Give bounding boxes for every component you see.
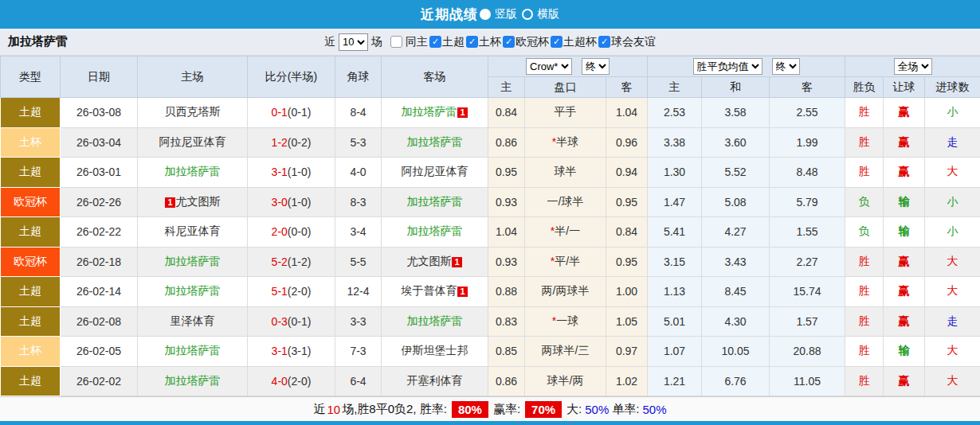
- team-name: 贝西克塔斯: [165, 105, 221, 118]
- away-team-cell: 加拉塔萨雷: [382, 187, 488, 217]
- filter-option-土超[interactable]: ✓土超: [429, 35, 465, 49]
- filter-option-同主[interactable]: 同主: [390, 35, 428, 49]
- avg-time-select[interactable]: 终: [772, 58, 800, 75]
- team-name: 加拉塔萨雷: [165, 165, 221, 177]
- date-cell: 26-02-08: [61, 306, 138, 337]
- header-avg-home: 主: [648, 77, 702, 98]
- checkbox-checked-icon[interactable]: ✓: [598, 36, 610, 48]
- filter-option-欧冠杯[interactable]: ✓欧冠杯: [503, 35, 549, 49]
- summary-text: 大:: [566, 402, 582, 417]
- odds-away-cell: 0.84: [606, 217, 648, 248]
- score-fulltime: 5-2: [272, 255, 288, 268]
- score-cell: 0-3(0-1): [248, 306, 335, 337]
- checkbox-checked-icon[interactable]: ✓: [429, 36, 441, 48]
- score-cell: 3-1(3-1): [248, 337, 335, 367]
- checkbox-checked-icon[interactable]: ✓: [503, 36, 515, 48]
- handicap-result-cell: 输: [884, 187, 925, 217]
- results-table: 类型 日期 主场 比分(半场) 角球 客场 Crow*终 胜平负均值终 全场 主…: [0, 56, 980, 396]
- team-name: 加拉塔萨雷: [165, 284, 221, 297]
- team-name: 里泽体育: [171, 314, 215, 327]
- result-cell: 胜: [845, 366, 884, 396]
- result-cell: 胜: [845, 98, 884, 128]
- team-name: 加拉塔萨雷: [407, 224, 463, 237]
- team-name: 尤文图斯: [176, 195, 221, 208]
- score-fulltime: 5-1: [272, 285, 288, 298]
- date-cell: 26-02-14: [61, 277, 138, 307]
- table-header: 类型 日期 主场 比分(半场) 角球 客场 Crow*终 胜平负均值终 全场 主…: [1, 57, 980, 98]
- team-name: 埃于普体育: [401, 284, 457, 297]
- avg-home-cell: 2.53: [648, 98, 702, 128]
- result-cell: 胜: [845, 127, 884, 158]
- odds-handicap-cell: 一/球半: [525, 187, 606, 217]
- filter-option-label: 欧冠杯: [515, 35, 549, 49]
- table-row: 土超26-02-14加拉塔萨雷5-1(2-0)12-4埃于普体育10.88两/两…: [1, 277, 980, 307]
- corner-cell: 12-4: [335, 277, 382, 307]
- away-team-cell: 加拉塔萨雷: [382, 306, 488, 337]
- odds-away-cell: 0.97: [606, 337, 648, 367]
- filter-option-球会友谊[interactable]: ✓球会友谊: [598, 35, 656, 49]
- bottom-accent-bar: [0, 421, 980, 425]
- radio-horizontal-unselected[interactable]: [522, 9, 533, 20]
- score-halftime: (3-1): [288, 345, 312, 357]
- odds-handicap-cell: *一球: [525, 306, 606, 337]
- away-team-cell: 加拉塔萨雷: [382, 127, 488, 158]
- title-bar: 近期战绩 竖版 横版: [0, 0, 980, 29]
- home-team-cell: 加拉塔萨雷: [138, 337, 248, 367]
- header-avg-draw: 和: [702, 77, 770, 98]
- footer-summary: 近10场,胜8平0负2, 胜率:80%赢率:70%大:50%单率:50%: [0, 396, 980, 421]
- handicap-result-cell: 赢: [884, 158, 925, 188]
- summary-text: 50%: [585, 403, 609, 416]
- odds-company-select[interactable]: Crow*: [526, 58, 572, 75]
- avg-source-select[interactable]: 胜平负均值: [693, 58, 762, 75]
- team-name: 加拉塔萨雷: [407, 135, 463, 148]
- red-card-badge: 1: [457, 107, 467, 118]
- team-name: 科尼亚体育: [165, 224, 221, 237]
- radio-vertical-label[interactable]: 竖版: [495, 7, 517, 21]
- avg-away-cell: 2.55: [770, 98, 845, 128]
- avg-draw-cell: 5.08: [702, 187, 770, 217]
- odds-handicap-cell: 平手: [525, 98, 606, 128]
- header-home: 主场: [138, 57, 248, 98]
- score-fulltime: 3-1: [272, 345, 288, 357]
- summary-text: 50%: [642, 403, 666, 416]
- table-row: 欧冠杯26-02-18加拉塔萨雷5-2(1-2)5-5尤文图斯10.93*平/半…: [1, 247, 980, 277]
- corner-cell: 8-3: [335, 187, 382, 217]
- team-name: 开塞利体育: [407, 374, 463, 387]
- radio-vertical-selected[interactable]: [480, 9, 491, 20]
- filter-option-土超杯[interactable]: ✓土超杯: [551, 35, 597, 49]
- radio-horizontal-label[interactable]: 横版: [537, 7, 559, 21]
- away-team-cell: 尤文图斯1: [382, 247, 488, 277]
- handicap-text: 两/两球半: [542, 284, 590, 297]
- header-corner: 角球: [335, 57, 382, 98]
- match-count-select[interactable]: 10: [339, 33, 368, 51]
- odds-away-cell: 0.94: [606, 158, 648, 188]
- odds-time-select[interactable]: 终: [582, 58, 610, 75]
- table-row: 欧冠杯26-02-261尤文图斯3-0(1-0)8-3加拉塔萨雷0.93一/球半…: [1, 187, 980, 217]
- home-team-cell: 加拉塔萨雷: [138, 158, 248, 188]
- avg-away-cell: 15.74: [770, 277, 845, 307]
- checkbox-checked-icon[interactable]: ✓: [551, 36, 563, 48]
- type-cell: 土超: [1, 306, 61, 337]
- handicap-text: 一/球半: [547, 195, 584, 208]
- corner-cell: 3-4: [335, 217, 382, 248]
- goals-result-cell: 小: [925, 187, 980, 217]
- date-cell: 26-03-08: [61, 98, 138, 128]
- header-goals: 进球数: [925, 77, 980, 98]
- result-cell: 胜: [845, 277, 884, 307]
- red-card-badge: 1: [452, 257, 461, 267]
- date-cell: 26-02-05: [61, 337, 138, 367]
- header-odds-handicap: 盘口: [525, 77, 606, 98]
- avg-home-cell: 1.47: [648, 187, 702, 217]
- avg-draw-cell: 6.76: [702, 366, 770, 396]
- team-name: 阿拉尼亚体育: [159, 135, 226, 148]
- filter-option-土杯[interactable]: ✓土杯: [466, 35, 501, 49]
- scope-select[interactable]: 全场: [894, 58, 932, 75]
- checkbox-unchecked-icon[interactable]: [390, 36, 402, 48]
- type-cell: 欧冠杯: [1, 187, 61, 217]
- checkbox-checked-icon[interactable]: ✓: [466, 36, 478, 48]
- team-name: 加拉塔萨雷: [165, 344, 221, 357]
- odds-home-cell: 0.83: [488, 306, 525, 337]
- corner-cell: 8-4: [335, 98, 382, 128]
- date-cell: 26-02-22: [61, 217, 138, 248]
- result-cell: 胜: [845, 337, 884, 367]
